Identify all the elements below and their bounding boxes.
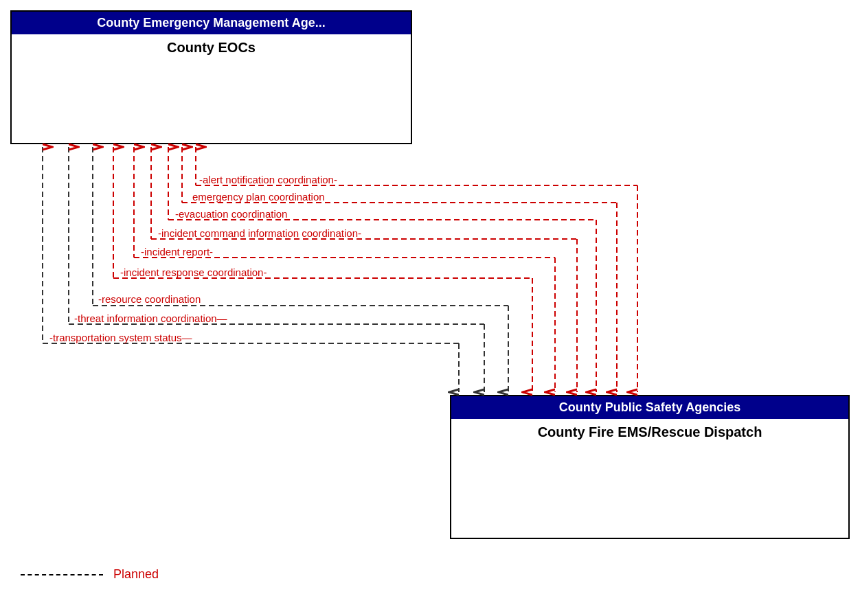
left-box: County Emergency Management Age... Count… <box>10 10 412 144</box>
left-box-header: County Emergency Management Age... <box>12 12 411 34</box>
left-box-subheader: County EOCs <box>12 34 411 61</box>
legend-line <box>21 574 103 575</box>
svg-text:-evacuation coordination: -evacuation coordination <box>175 208 287 220</box>
svg-text:emergency plan coordination: emergency plan coordination <box>192 191 325 203</box>
right-box: County Public Safety Agencies County Fir… <box>450 395 850 539</box>
legend: Planned <box>21 567 159 582</box>
svg-text:-incident response coordinatio: -incident response coordination- <box>120 266 267 278</box>
svg-text:-alert notification coordinati: -alert notification coordination- <box>199 174 337 185</box>
svg-text:-threat information coordinati: -threat information coordination— <box>74 312 227 324</box>
diagram-container: County Emergency Management Age... Count… <box>0 0 860 616</box>
svg-text:-resource coordination: -resource coordination <box>98 293 201 305</box>
svg-text:-incident command information : -incident command information coordinati… <box>158 227 361 239</box>
right-box-header: County Public Safety Agencies <box>451 396 848 419</box>
right-box-subheader: County Fire EMS/Rescue Dispatch <box>451 419 848 446</box>
svg-text:-incident report-: -incident report- <box>141 246 213 258</box>
legend-label: Planned <box>113 567 159 582</box>
svg-text:-transportation system status—: -transportation system status— <box>49 332 192 343</box>
